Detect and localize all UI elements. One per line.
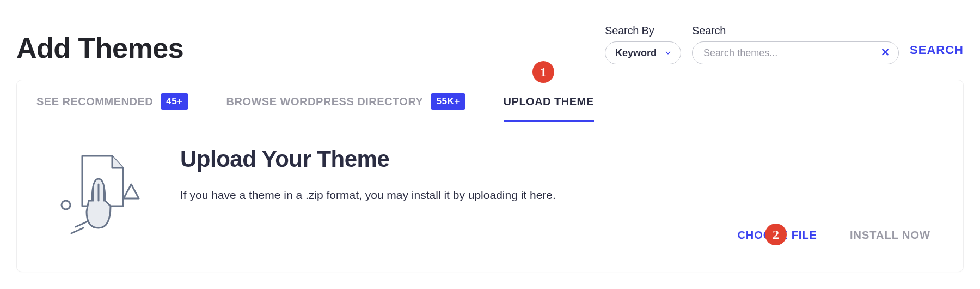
page-title: Add Themes xyxy=(16,32,183,64)
upload-illustration-icon xyxy=(50,146,148,239)
search-button[interactable]: SEARCH xyxy=(910,43,964,57)
count-badge: 55K+ xyxy=(431,93,465,110)
tab-label: BROWSE WORDPRESS DIRECTORY xyxy=(226,95,424,108)
search-by-select[interactable]: Keyword xyxy=(605,41,681,64)
search-by-value: Keyword xyxy=(615,47,657,59)
tab-upload-theme[interactable]: UPLOAD THEME xyxy=(504,95,594,122)
svg-line-4 xyxy=(71,228,83,233)
annotation-marker-2: 2 xyxy=(765,224,787,245)
tabs: SEE RECOMMENDED 45+ BROWSE WORDPRESS DIR… xyxy=(17,80,963,124)
upload-section-title: Upload Your Theme xyxy=(180,146,930,172)
tab-label: SEE RECOMMENDED xyxy=(36,95,153,108)
tab-see-recommended[interactable]: SEE RECOMMENDED 45+ xyxy=(36,93,188,124)
install-now-button[interactable]: INSTALL NOW xyxy=(850,229,930,242)
themes-panel: SEE RECOMMENDED 45+ BROWSE WORDPRESS DIR… xyxy=(16,80,964,272)
upload-section-description: If you have a theme in a .zip format, yo… xyxy=(180,189,930,202)
tab-browse-directory[interactable]: BROWSE WORDPRESS DIRECTORY 55K+ xyxy=(226,93,465,124)
chevron-down-icon xyxy=(664,49,672,57)
header: Add Themes Search By Keyword Search xyxy=(16,0,964,75)
svg-line-3 xyxy=(76,221,88,227)
search-by-label: Search By xyxy=(605,25,681,37)
clear-icon[interactable] xyxy=(881,48,890,58)
search-input[interactable] xyxy=(703,47,874,59)
count-badge: 45+ xyxy=(161,93,188,110)
svg-point-2 xyxy=(62,201,70,209)
search-area: Search By Keyword Search xyxy=(605,25,964,64)
annotation-marker-1: 1 xyxy=(532,61,554,83)
search-input-label: Search xyxy=(692,25,899,37)
tab-label: UPLOAD THEME xyxy=(504,95,594,108)
